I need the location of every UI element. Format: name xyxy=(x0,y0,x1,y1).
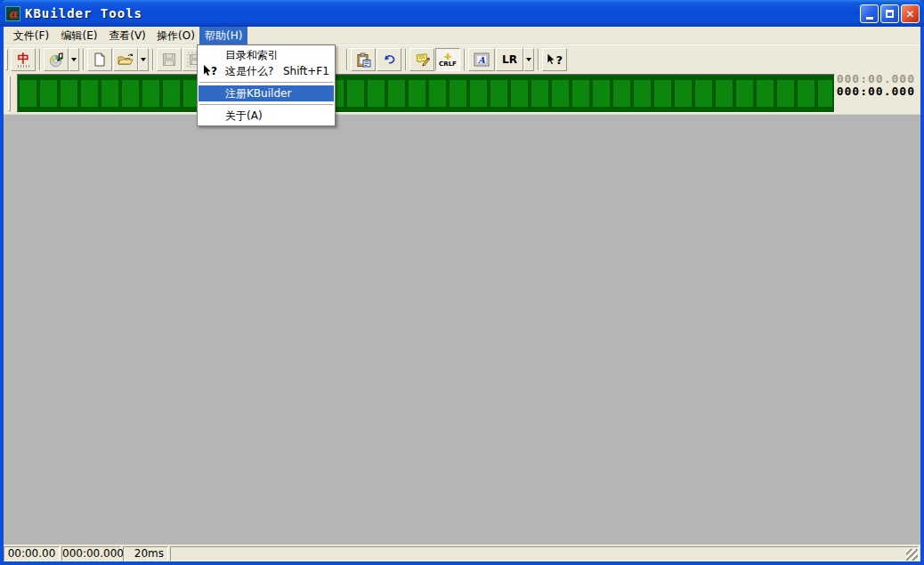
kbuilder-logo-icon: 中 xyxy=(18,52,29,68)
whats-this-cursor-icon: ? xyxy=(203,65,223,77)
toolbar-separator xyxy=(538,49,539,70)
toolbar-group-left: 中 xyxy=(11,48,208,71)
toolbar-separator xyxy=(405,49,407,70)
status-total-time: 000:00.000 xyxy=(61,546,121,561)
timeline-grip[interactable] xyxy=(8,76,11,111)
edit-lyrics-button[interactable] xyxy=(409,48,434,71)
titling-button[interactable]: A xyxy=(468,48,495,71)
menu-item-whats-this[interactable]: ? 这是什么? Shift+F1 xyxy=(199,63,334,79)
toolbar-separator xyxy=(39,49,41,70)
toolbar-separator xyxy=(83,49,85,70)
context-help-button[interactable]: ? xyxy=(542,48,567,71)
titling-icon: A xyxy=(474,52,490,67)
timeline-row: 000:00.000 000:00.000 xyxy=(4,73,920,114)
close-button[interactable]: ✕ xyxy=(901,4,920,23)
status-bar: 00:00.00 000:00.000 20ms xyxy=(4,545,920,561)
menu-item-label: 注册KBuilder xyxy=(225,87,291,100)
music-cd-icon xyxy=(49,52,64,68)
undo-icon xyxy=(382,52,397,67)
menu-bar: 文件(F) 编辑(E) 查看(V) 操作(O) 帮助(H) xyxy=(4,27,920,44)
toolbar-separator xyxy=(152,49,154,70)
new-document-icon xyxy=(93,52,107,67)
crlf-icon: + CRLF xyxy=(439,52,457,68)
paste-button[interactable] xyxy=(351,48,376,71)
context-help-icon: ? xyxy=(547,53,563,67)
music-cd-dropdown[interactable] xyxy=(69,48,79,71)
open-file-button[interactable] xyxy=(113,48,138,71)
undo-button[interactable] xyxy=(377,48,401,71)
app-logo-glyph: α xyxy=(8,7,17,20)
svg-text:?: ? xyxy=(211,65,217,77)
open-file-dropdown[interactable] xyxy=(138,48,149,71)
paste-icon xyxy=(356,52,371,68)
maximize-button[interactable] xyxy=(880,4,899,23)
kbuilder-logo-button[interactable]: 中 xyxy=(11,48,36,71)
menu-item-contents-index[interactable]: 目录和索引 xyxy=(199,47,334,63)
elapsed-time: 000:00.000 xyxy=(837,73,915,85)
menu-file[interactable]: 文件(F) xyxy=(7,27,55,44)
status-interval: 20ms xyxy=(123,546,168,561)
menu-item-label: 关于(A) xyxy=(225,109,263,122)
timeline-cells xyxy=(20,80,832,107)
minimize-icon xyxy=(866,17,873,20)
time-display: 000:00.000 000:00.000 xyxy=(837,73,915,98)
menu-edit[interactable]: 编辑(E) xyxy=(55,27,103,44)
help-menu-popup: 目录和索引 ? 这是什么? Shift+F1 注册KBuilder 关于(A) xyxy=(197,44,336,126)
status-position-time: 00:00.00 xyxy=(4,546,60,561)
window-title: KBuilder Tools xyxy=(25,6,142,20)
open-file-icon xyxy=(118,52,134,67)
app-logo-icon: α xyxy=(5,6,20,21)
chevron-down-icon xyxy=(71,58,77,61)
music-cd-button[interactable] xyxy=(44,48,69,71)
lr-channel-button[interactable]: LR xyxy=(496,48,523,71)
edit-lyrics-icon xyxy=(415,52,430,67)
menu-operate[interactable]: 操作(O) xyxy=(151,27,199,44)
window-controls: ✕ xyxy=(860,4,920,23)
maximize-icon xyxy=(886,10,894,18)
menu-item-shortcut: Shift+F1 xyxy=(283,63,329,79)
toolbar-separator xyxy=(346,49,348,70)
toolbar-separator xyxy=(464,49,466,70)
resize-grip[interactable] xyxy=(906,549,918,561)
close-icon: ✕ xyxy=(905,9,914,20)
save-icon xyxy=(162,52,176,67)
toolbar-grip[interactable] xyxy=(5,49,8,70)
menu-view[interactable]: 查看(V) xyxy=(103,27,151,44)
chevron-down-icon xyxy=(526,58,531,61)
title-bar[interactable]: α KBuilder Tools ✕ xyxy=(0,0,924,27)
workspace[interactable] xyxy=(4,114,920,545)
menu-separator xyxy=(199,104,333,105)
cursor-arrow-icon xyxy=(547,53,555,66)
lr-channel-dropdown[interactable] xyxy=(523,48,534,71)
new-document-button[interactable] xyxy=(87,48,112,71)
chevron-down-icon xyxy=(141,58,146,61)
status-message-panel xyxy=(170,546,919,561)
menu-help[interactable]: 帮助(H) xyxy=(199,27,247,44)
toolbar: 中 xyxy=(4,44,920,73)
menu-separator xyxy=(199,82,333,83)
lr-channel-label: LR xyxy=(497,53,523,66)
menu-item-register-kbuilder[interactable]: 注册KBuilder xyxy=(199,85,334,101)
menu-item-label: 这是什么? xyxy=(225,65,273,77)
menu-item-about[interactable]: 关于(A) xyxy=(199,108,334,124)
save-button xyxy=(157,48,182,71)
toolbar-group-right: + CRLF A LR xyxy=(344,48,568,71)
total-time: 000:00.000 xyxy=(837,85,915,98)
crlf-button[interactable]: + CRLF xyxy=(435,48,460,71)
app-window: α KBuilder Tools ✕ 文件(F) 编辑(E) 查看(V) 操作(… xyxy=(0,0,924,565)
timeline-track[interactable] xyxy=(17,74,835,113)
svg-text:A: A xyxy=(477,55,486,65)
minimize-button[interactable] xyxy=(860,4,879,23)
menu-item-label: 目录和索引 xyxy=(225,49,279,61)
